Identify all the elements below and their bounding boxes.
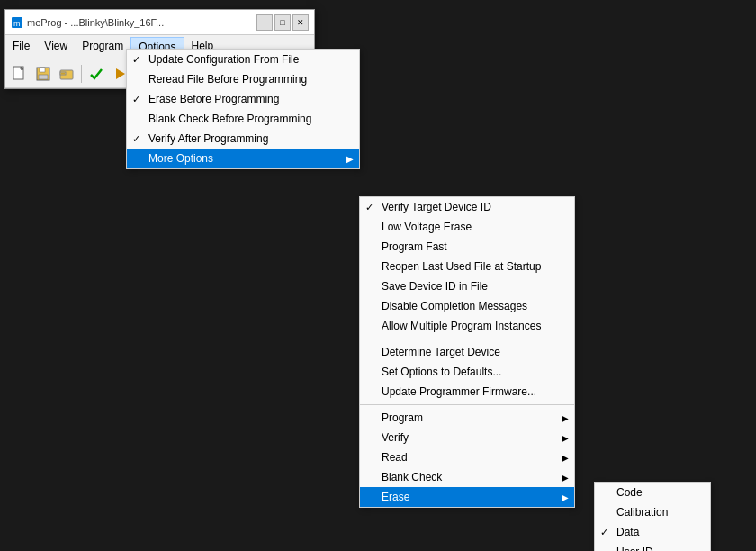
maximize-btn[interactable]: □ xyxy=(274,14,291,31)
checkmark-icon: ✓ xyxy=(132,54,140,66)
title-bar: m meProg - ...Blinky\Blinky_16F... – □ ✕ xyxy=(5,10,314,35)
verify-button[interactable] xyxy=(86,63,107,85)
arrow-read: ▶ xyxy=(562,453,569,463)
checkmark-icon-3: ✓ xyxy=(132,133,140,145)
erase-data[interactable]: ✓ Data xyxy=(595,522,710,542)
title-bar-left: m meProg - ...Blinky\Blinky_16F... xyxy=(11,16,164,29)
arrow-verify: ▶ xyxy=(562,433,569,443)
toolbar-separator-1 xyxy=(81,65,82,83)
erase-dropdown: Code Calibration ✓ Data User ID ✓ Config… xyxy=(594,482,711,551)
separator-2 xyxy=(360,404,574,405)
menu-verify-after[interactable]: ✓ Verify After Programming xyxy=(127,129,359,149)
minimize-btn[interactable]: – xyxy=(256,14,273,31)
menu-determine-target[interactable]: Determine Target Device xyxy=(360,342,574,362)
checkmark-icon-2: ✓ xyxy=(132,94,140,105)
menu-sub-blank-check[interactable]: Blank Check ▶ xyxy=(360,467,574,487)
save-button[interactable] xyxy=(32,63,54,85)
app-icon: m xyxy=(11,16,23,29)
menu-verify-target-id[interactable]: ✓ Verify Target Device ID xyxy=(360,197,574,217)
menu-reread-file[interactable]: Reread File Before Programming xyxy=(127,69,359,89)
arrow-blank-check: ▶ xyxy=(562,473,569,483)
menu-program[interactable]: Program xyxy=(75,37,130,57)
menu-set-options-defaults[interactable]: Set Options to Defaults... xyxy=(360,362,574,382)
menu-update-config[interactable]: ✓ Update Configuration From File xyxy=(127,50,359,69)
open-button[interactable] xyxy=(56,63,77,85)
options-dropdown: ✓ Update Configuration From File Reread … xyxy=(126,49,360,169)
menu-save-device-id[interactable]: Save Device ID in File xyxy=(360,276,574,296)
menu-sub-program[interactable]: Program ▶ xyxy=(360,408,574,428)
menu-file[interactable]: File xyxy=(5,37,37,57)
menu-reopen-last[interactable]: Reopen Last Used File at Startup xyxy=(360,257,574,276)
svg-text:m: m xyxy=(14,19,21,28)
menu-erase-before[interactable]: ✓ Erase Before Programming xyxy=(127,89,359,109)
checkmark-data: ✓ xyxy=(600,527,608,538)
checkmark-verify-id: ✓ xyxy=(365,202,374,213)
window-title: meProg - ...Blinky\Blinky_16F... xyxy=(27,17,164,28)
menu-update-firmware[interactable]: Update Programmer Firmware... xyxy=(360,382,574,402)
svg-rect-6 xyxy=(40,68,45,72)
menu-sub-read[interactable]: Read ▶ xyxy=(360,447,574,467)
separator-1 xyxy=(360,339,574,339)
menu-blank-check[interactable]: Blank Check Before Programming xyxy=(127,109,359,129)
svg-rect-10 xyxy=(61,73,65,75)
submenu-arrow-icon: ▶ xyxy=(346,154,354,164)
more-options-dropdown: ✓ Verify Target Device ID Low Voltage Er… xyxy=(359,196,575,508)
erase-calibration[interactable]: Calibration xyxy=(595,502,710,522)
close-btn[interactable]: ✕ xyxy=(292,14,309,31)
svg-marker-11 xyxy=(116,68,125,79)
new-button[interactable] xyxy=(9,63,31,85)
menu-more-options[interactable]: More Options ▶ xyxy=(127,149,359,168)
menu-allow-multiple[interactable]: Allow Multiple Program Instances xyxy=(360,316,574,336)
arrow-program: ▶ xyxy=(562,413,569,423)
menu-disable-completion[interactable]: Disable Completion Messages xyxy=(360,296,574,316)
menu-sub-erase[interactable]: Erase ▶ xyxy=(360,487,574,507)
menu-sub-verify[interactable]: Verify ▶ xyxy=(360,428,574,447)
erase-user-id[interactable]: User ID xyxy=(595,542,710,551)
erase-code[interactable]: Code xyxy=(595,483,710,502)
menu-low-voltage[interactable]: Low Voltage Erase xyxy=(360,217,574,237)
svg-rect-7 xyxy=(39,75,48,79)
arrow-erase: ▶ xyxy=(562,492,569,502)
menu-view[interactable]: View xyxy=(37,37,75,57)
menu-program-fast[interactable]: Program Fast xyxy=(360,237,574,257)
title-controls: – □ ✕ xyxy=(256,14,309,31)
